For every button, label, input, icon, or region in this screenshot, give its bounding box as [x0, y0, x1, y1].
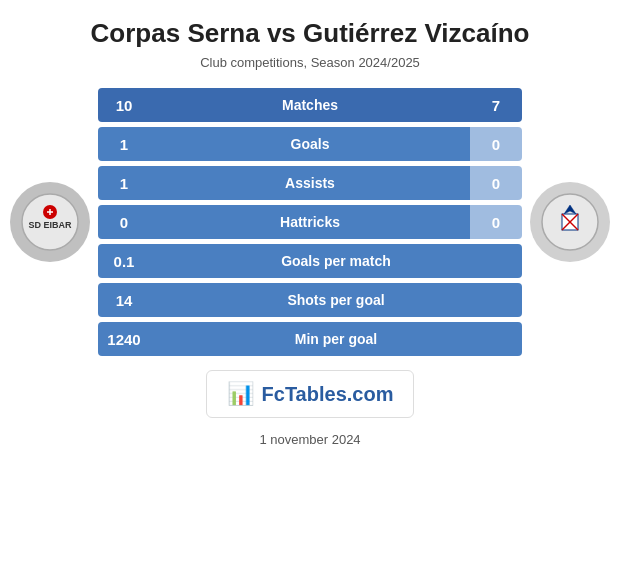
assists-left-val: 1 [98, 166, 150, 200]
chart-icon: 📊 [227, 381, 254, 407]
fctables-branding: 📊 FcTables.com [206, 370, 415, 418]
matches-right-val: 7 [470, 88, 522, 122]
shots-per-goal-val: 14 [98, 283, 150, 317]
stat-row-min-per-goal: 1240 Min per goal [98, 322, 522, 356]
matches-label: Matches [150, 88, 470, 122]
goals-right-val: 0 [470, 127, 522, 161]
stat-row-shots-per-goal: 14 Shots per goal [98, 283, 522, 317]
team-logo-left: SD EIBAR [10, 182, 90, 262]
page-container: Corpas Serna vs Gutiérrez Vizcaíno Club … [0, 0, 620, 580]
min-per-goal-val: 1240 [98, 322, 150, 356]
page-title: Corpas Serna vs Gutiérrez Vizcaíno [91, 18, 530, 49]
assists-label: Assists [150, 166, 470, 200]
assists-right-val: 0 [470, 166, 522, 200]
min-per-goal-label: Min per goal [150, 322, 522, 356]
stat-row-assists: 1 Assists 0 [98, 166, 522, 200]
goals-left-val: 1 [98, 127, 150, 161]
hattricks-left-val: 0 [98, 205, 150, 239]
hattricks-right-val: 0 [470, 205, 522, 239]
stats-section: 10 Matches 7 1 Goals 0 1 Assists 0 0 Hat… [98, 88, 522, 356]
team-logo-right [530, 182, 610, 262]
goals-per-match-val: 0.1 [98, 244, 150, 278]
goals-per-match-label: Goals per match [150, 244, 522, 278]
hattricks-label: Hattricks [150, 205, 470, 239]
page-subtitle: Club competitions, Season 2024/2025 [200, 55, 420, 70]
svg-text:SD EIBAR: SD EIBAR [28, 220, 72, 230]
date-footer: 1 november 2024 [259, 432, 360, 447]
goals-label: Goals [150, 127, 470, 161]
stat-row-hattricks: 0 Hattricks 0 [98, 205, 522, 239]
main-area: SD EIBAR 10 Matches 7 1 Goals 0 1 [10, 88, 610, 356]
matches-left-val: 10 [98, 88, 150, 122]
shots-per-goal-label: Shots per goal [150, 283, 522, 317]
stat-row-matches: 10 Matches 7 [98, 88, 522, 122]
stat-row-goals-per-match: 0.1 Goals per match [98, 244, 522, 278]
stat-row-goals: 1 Goals 0 [98, 127, 522, 161]
fctables-logo-text: FcTables.com [262, 383, 394, 406]
